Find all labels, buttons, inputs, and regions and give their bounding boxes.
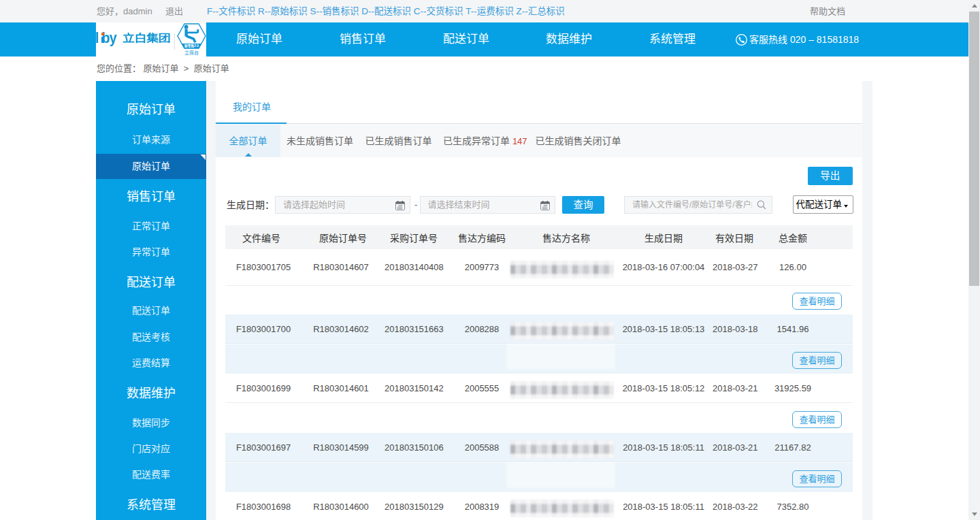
svg-text:新零售2.0: 新零售2.0: [184, 44, 199, 48]
svg-text:立商台: 立商台: [184, 50, 199, 55]
